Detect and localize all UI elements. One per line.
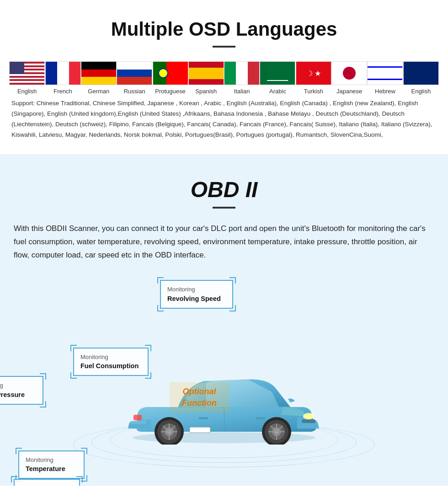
flags-row: EnglishFrenchGermanRussianProtugueseSpan… [9, 61, 439, 95]
monitor-intake-value: Intake Pressure [0, 390, 36, 399]
monitor-carspeed: Monitoring Car Speed [14, 479, 80, 486]
flag-label-2: German [88, 88, 109, 95]
obd-divider [213, 207, 235, 209]
flag-item-1: French [45, 61, 80, 95]
flag-label-11: English [411, 88, 431, 95]
osd-title: Multiple OSD Languages [9, 18, 439, 40]
svg-point-5 [304, 414, 313, 418]
flag-box-1 [45, 61, 81, 85]
obd-description: With this OBDII Scanner, you can connect… [14, 222, 434, 262]
osd-divider [213, 46, 235, 48]
svg-rect-31 [190, 427, 210, 433]
monitor-temperature-value: Temperature [26, 464, 77, 473]
svg-rect-30 [199, 417, 208, 419]
svg-rect-2 [302, 419, 315, 423]
flag-box-6 [224, 61, 260, 85]
flag-label-1: French [53, 88, 72, 95]
flag-box-10 [367, 61, 403, 85]
monitor-revolving-value: Revolving Speed [167, 294, 226, 303]
obd-title: OBD II [14, 177, 434, 202]
flag-item-0: English [9, 61, 45, 95]
flag-box-5 [188, 61, 224, 85]
flag-box-8 [296, 61, 331, 85]
flag-box-4 [153, 61, 188, 85]
flag-box-0 [9, 61, 45, 85]
monitor-fuel-label: Monitoring [80, 354, 108, 360]
flag-label-5: Spanish [195, 88, 217, 95]
flag-item-11: English [403, 61, 439, 95]
flag-label-6: Italian [234, 88, 250, 95]
flag-label-10: Hebrew [375, 88, 395, 95]
flag-item-7: Arabic [260, 61, 295, 95]
flag-item-9: Japanese [331, 61, 367, 95]
flag-item-10: Hebrew [367, 61, 403, 95]
flag-item-4: Protuguese [152, 61, 188, 95]
support-text: Support: Chinese Traditional, Chinese Si… [9, 98, 439, 140]
monitor-temperature-label: Monitoring [26, 456, 53, 463]
monitor-intake-label: Monitoring [0, 382, 3, 389]
svg-rect-3 [130, 421, 146, 424]
svg-rect-6 [133, 415, 142, 420]
monitor-carspeed-label: Monitoring [21, 485, 49, 486]
obd-section: OBD II With this OBDII Scanner, you can … [0, 154, 448, 486]
flag-label-9: Japanese [336, 88, 362, 95]
flag-box-2 [81, 61, 117, 85]
svg-rect-29 [256, 417, 265, 419]
flag-item-5: Spanish [188, 61, 224, 95]
flag-label-8: Turkish [304, 88, 323, 95]
car-diagram: Monitoring Revolving Speed Monitoring Fu… [14, 275, 434, 467]
flag-item-8: Turkish [296, 61, 331, 95]
osd-section: Multiple OSD Languages EnglishFrenchGerm… [0, 0, 448, 154]
flag-item-2: German [81, 61, 117, 95]
flag-item-3: Russian [117, 61, 152, 95]
flag-label-3: Russian [124, 88, 145, 95]
flag-box-7 [260, 61, 295, 85]
monitor-temperature: Monitoring Temperature [18, 450, 85, 479]
flag-box-11 [403, 61, 439, 85]
flag-label-4: Protuguese [155, 88, 186, 95]
monitor-revolving-label: Monitoring [167, 286, 195, 293]
flag-box-3 [117, 61, 152, 85]
flag-box-9 [331, 61, 367, 85]
optional-function-label: Optional Function [170, 382, 229, 413]
flag-label-7: Arabic [269, 88, 286, 95]
flag-item-6: Italian [224, 61, 260, 95]
monitor-intake: Monitoring Intake Pressure [0, 376, 43, 404]
flag-label-0: English [17, 88, 37, 95]
monitor-revolving: Monitoring Revolving Speed [160, 280, 233, 308]
